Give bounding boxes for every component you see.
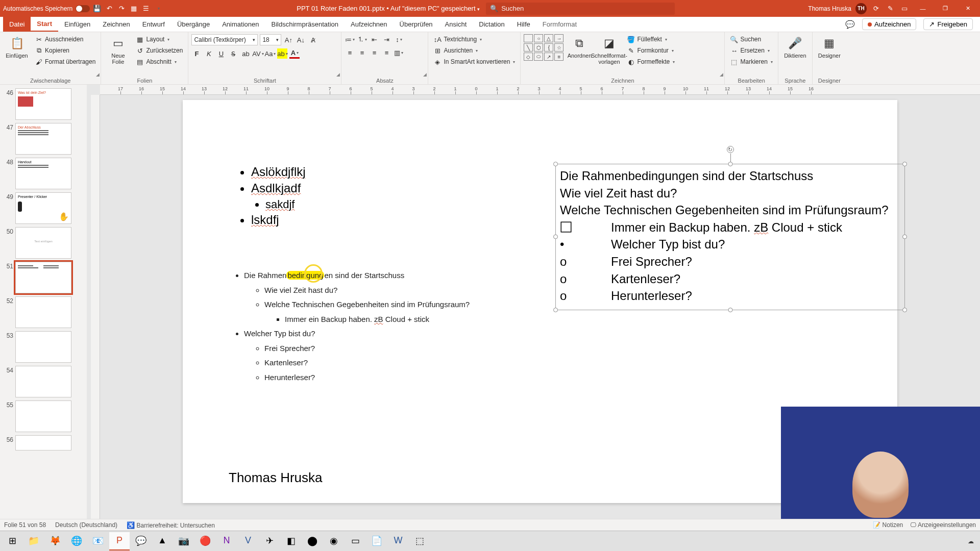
firefox-icon[interactable]: 🦊 xyxy=(45,532,65,550)
tab-record[interactable]: Aufzeichnen xyxy=(345,17,394,32)
toggle-switch-icon[interactable] xyxy=(76,5,90,12)
resize-handle-icon[interactable] xyxy=(728,308,732,312)
tab-draw[interactable]: Zeichnen xyxy=(96,17,136,32)
bullets-button[interactable]: ≔ xyxy=(345,34,355,44)
shapes-gallery[interactable]: ○△→ ╲⬡{☆ ◇⬭↗≡ xyxy=(524,34,564,61)
share-button[interactable]: ↗Freigeben xyxy=(923,18,973,30)
tab-start[interactable]: Start xyxy=(31,17,58,32)
accessibility-status[interactable]: ♿ Barrierefreiheit: Untersuchen xyxy=(127,521,215,529)
change-case-button[interactable]: Aa xyxy=(265,48,275,59)
vertical-ruler[interactable] xyxy=(91,95,100,519)
autosave-toggle[interactable]: Automatisches Speichern xyxy=(3,5,90,12)
smartart-button[interactable]: ◈In SmartArt konvertieren xyxy=(431,57,517,67)
search-box[interactable]: 🔍 xyxy=(486,3,675,15)
font-name-combo[interactable]: Calibri (Textkörper)▾ xyxy=(191,34,258,45)
maximize-button[interactable]: ❐ xyxy=(936,3,954,15)
resize-handle-icon[interactable] xyxy=(553,308,558,312)
shadow-button[interactable]: ab xyxy=(240,48,251,59)
replace-button[interactable]: ↔Ersetzen xyxy=(728,45,774,56)
slide-thumbnails[interactable]: 46Was ist dein Ziel? 47Der Abschluss 48H… xyxy=(0,85,87,519)
slide-thumbnail[interactable] xyxy=(15,296,71,328)
columns-button[interactable]: ▥ xyxy=(394,47,404,58)
select-button[interactable]: ⬚Markieren xyxy=(728,57,774,67)
qat-more-icon[interactable] xyxy=(153,4,163,14)
dictate-button[interactable]: 🎤Diktieren xyxy=(781,34,809,59)
dialog-launcher-icon[interactable]: ◢ xyxy=(96,72,100,77)
word-icon[interactable]: W xyxy=(388,532,408,550)
app-icon[interactable]: 📄 xyxy=(366,532,387,550)
increase-font-icon[interactable]: A↑ xyxy=(283,35,293,45)
tab-view[interactable]: Ansicht xyxy=(439,17,473,32)
numbering-button[interactable]: ⒈ xyxy=(357,34,367,44)
text-box-outline[interactable]: Die Rahmenbedingungen sind der Startschu… xyxy=(229,268,470,385)
reset-button[interactable]: ↺Zurücksetzen xyxy=(134,45,185,56)
line-spacing-button[interactable]: ↕ xyxy=(394,34,404,44)
shape-outline-button[interactable]: ✎Formkontur xyxy=(625,45,677,56)
tab-design[interactable]: Entwurf xyxy=(136,17,171,32)
dialog-launcher-icon[interactable]: ◢ xyxy=(336,72,340,77)
char-spacing-button[interactable]: AV xyxy=(253,48,263,59)
search-input[interactable] xyxy=(501,5,671,12)
slide-thumbnail[interactable]: Was ist dein Ziel? xyxy=(15,88,71,120)
undo-icon[interactable]: ↶ xyxy=(104,4,114,14)
copy-button[interactable]: ⧉Kopieren xyxy=(33,45,97,56)
highlight-button[interactable]: ab xyxy=(277,48,287,59)
app-icon[interactable]: ⬚ xyxy=(409,532,430,550)
quick-styles-button[interactable]: ◪Schnellformat- vorlagen xyxy=(595,34,623,65)
visio-icon[interactable]: V xyxy=(238,532,258,550)
tab-insert[interactable]: Einfügen xyxy=(58,17,96,32)
user-name[interactable]: Thomas Hruska xyxy=(808,5,851,12)
comments-icon[interactable]: 💬 xyxy=(845,20,855,29)
tab-dictation[interactable]: Dictation xyxy=(473,17,511,32)
slide-thumbnail[interactable] xyxy=(15,331,71,363)
powerpoint-icon[interactable]: P xyxy=(109,532,130,550)
touch-mode-icon[interactable]: ☰ xyxy=(141,4,151,14)
file-explorer-icon[interactable]: 📁 xyxy=(23,532,44,550)
font-size-combo[interactable]: 18▾ xyxy=(260,34,281,45)
resize-handle-icon[interactable] xyxy=(553,162,558,166)
record-button[interactable]: Aufzeichnen xyxy=(862,18,917,30)
redo-icon[interactable]: ↷ xyxy=(116,4,127,14)
sync-icon[interactable]: ⟳ xyxy=(871,4,881,14)
decrease-indent-icon[interactable]: ⇤ xyxy=(369,34,379,44)
language-status[interactable]: Deutsch (Deutschland) xyxy=(55,521,117,529)
start-button[interactable]: ⊞ xyxy=(2,532,22,550)
align-right-icon[interactable]: ≡ xyxy=(369,47,379,58)
slide-thumbnail[interactable] xyxy=(15,366,71,397)
increase-indent-icon[interactable]: ⇥ xyxy=(381,34,391,44)
underline-button[interactable]: U xyxy=(216,48,226,59)
outlook-icon[interactable]: 📧 xyxy=(88,532,108,550)
onenote-icon[interactable]: N xyxy=(216,532,237,550)
notes-button[interactable]: 📝 Notizen xyxy=(873,521,903,529)
layout-button[interactable]: ▦Layout xyxy=(134,34,185,44)
chrome-icon[interactable]: 🌐 xyxy=(66,532,87,550)
format-painter-button[interactable]: 🖌Format übertragen xyxy=(33,57,97,67)
text-direction-button[interactable]: ↕ATextrichtung xyxy=(431,34,517,44)
bold-button[interactable]: F xyxy=(191,48,202,59)
resize-handle-icon[interactable] xyxy=(902,235,907,239)
shape-effects-button[interactable]: ◐Formeffekte xyxy=(625,57,677,67)
resize-handle-icon[interactable] xyxy=(902,162,907,166)
slide-thumbnail[interactable]: Text einfügen xyxy=(15,227,71,259)
slide-thumbnail[interactable] xyxy=(15,400,71,432)
find-button[interactable]: 🔍Suchen xyxy=(728,34,774,44)
resize-handle-icon[interactable] xyxy=(902,308,907,312)
align-center-icon[interactable]: ≡ xyxy=(357,47,367,58)
slide-thumbnail[interactable]: Handout xyxy=(15,158,71,189)
designer-button[interactable]: ▦Designer xyxy=(816,34,843,59)
user-avatar-icon[interactable]: TH xyxy=(855,3,867,14)
clear-format-icon[interactable]: A̷ xyxy=(308,35,318,45)
strike-button[interactable]: S̶ xyxy=(228,48,238,59)
slide-thumbnail[interactable] xyxy=(15,435,71,450)
app-icon[interactable]: 📷 xyxy=(174,532,194,550)
minimize-button[interactable]: — xyxy=(914,3,932,15)
decrease-font-icon[interactable]: A↓ xyxy=(296,35,306,45)
dialog-launcher-icon[interactable]: ◢ xyxy=(423,72,427,77)
app-icon[interactable]: ▭ xyxy=(345,532,365,550)
app-icon[interactable]: 🔴 xyxy=(195,532,215,550)
resize-handle-icon[interactable] xyxy=(728,162,732,166)
align-text-button[interactable]: ⊞Ausrichten xyxy=(431,45,517,56)
cut-button[interactable]: ✂Ausschneiden xyxy=(33,34,97,44)
section-button[interactable]: ▤Abschnitt xyxy=(134,57,185,67)
font-color-button[interactable]: A xyxy=(289,48,300,59)
